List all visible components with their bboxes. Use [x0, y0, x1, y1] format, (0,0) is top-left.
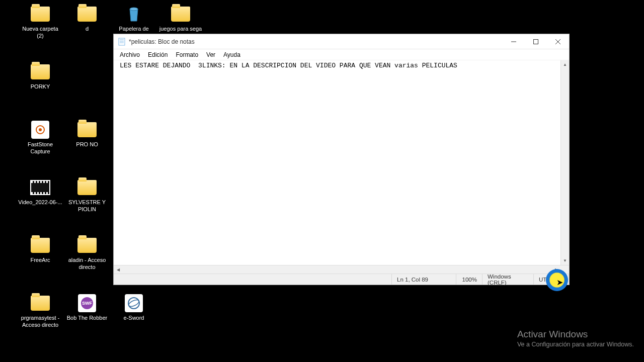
- desktop-icon-nueva-carpeta-2[interactable]: Nueva carpeta (2): [18, 5, 63, 40]
- desktop-icon-video-2022-06[interactable]: Video_2022-06-...: [18, 178, 63, 206]
- icon-label: Papelera de: [119, 25, 148, 32]
- video-icon: [30, 178, 50, 197]
- close-button[interactable]: [547, 34, 569, 49]
- app-icon: [30, 121, 50, 139]
- desktop-icon-porky[interactable]: PORKY: [18, 63, 63, 90]
- icon-label: juegos para sega: [159, 25, 202, 32]
- maximize-button[interactable]: [525, 34, 547, 49]
- icon-label: Nueva carpeta (2): [18, 25, 62, 40]
- scroll-up-icon[interactable]: ▲: [561, 60, 569, 69]
- icon-label: SYLVESTRE Y PIOLIN: [65, 199, 109, 213]
- esword-icon: [124, 294, 144, 312]
- svg-point-2: [39, 128, 42, 131]
- menu-ver[interactable]: Ver: [202, 50, 219, 59]
- desktop-icon-faststone-capture[interactable]: FastStone Capture: [18, 121, 63, 155]
- folder-icon: [77, 5, 97, 23]
- icon-label: prgramasytest - Acceso directo: [18, 314, 62, 329]
- svg-point-0: [130, 8, 138, 11]
- desktop-icon-aladin-acceso-directo[interactable]: aladin - Acceso directo: [64, 236, 110, 271]
- recycle-icon: [124, 5, 144, 23]
- icon-label: PRO NO: [76, 141, 98, 148]
- watermark-subtitle: Ve a Configuración para activar Windows.: [517, 341, 634, 348]
- desktop-icon-juegos-para-sega[interactable]: juegos para sega: [158, 5, 203, 32]
- desktop-icon-e-sword[interactable]: e-Sword: [111, 294, 156, 321]
- notepad-window: *peliculas: Bloc de notas Archivo Edició…: [113, 34, 570, 285]
- desktop-icon-freearc[interactable]: FreeArc: [18, 236, 63, 263]
- icon-label: Bob The Robber: [67, 314, 108, 321]
- folder-icon: [171, 5, 191, 23]
- scroll-right-icon[interactable]: ▶: [552, 265, 560, 274]
- scroll-down-icon[interactable]: ▼: [561, 256, 569, 265]
- status-position: Ln 1, Col 89: [392, 274, 456, 285]
- folder-icon: [30, 63, 50, 81]
- menu-ayuda[interactable]: Ayuda: [219, 50, 245, 59]
- menu-formato[interactable]: Formato: [172, 50, 202, 59]
- icon-label: Video_2022-06-...: [18, 199, 62, 206]
- icon-label: e-Sword: [124, 314, 144, 321]
- vertical-scrollbar[interactable]: ▲ ▼: [560, 60, 569, 265]
- titlebar[interactable]: *peliculas: Bloc de notas: [114, 34, 569, 49]
- status-eol: Windows (CRLF): [482, 274, 534, 285]
- folder-icon: [77, 236, 97, 254]
- svg-rect-5: [119, 38, 125, 45]
- icon-label: d: [86, 25, 89, 32]
- icon-label: FreeArc: [30, 256, 50, 263]
- activate-windows-watermark: Activar Windows Ve a Configuración para …: [517, 329, 634, 348]
- menu-edicion[interactable]: Edición: [144, 50, 172, 59]
- scroll-left-icon[interactable]: ◀: [114, 265, 122, 274]
- desktop-icon-bob-the-robber[interactable]: SWFBob The Robber: [64, 294, 110, 321]
- desktop-icon-sylvestre-y-piolin[interactable]: SYLVESTRE Y PIOLIN: [64, 178, 110, 213]
- statusbar: Ln 1, Col 89 100% Windows (CRLF) UTF-8: [114, 274, 569, 285]
- svg-rect-10: [534, 39, 538, 44]
- status-encoding: UTF-8: [534, 274, 569, 285]
- desktop-icon-prgramasytest-acceso-directo[interactable]: prgramasytest - Acceso directo: [18, 294, 63, 329]
- minimize-button[interactable]: [503, 34, 525, 49]
- status-zoom: 100%: [456, 274, 482, 285]
- folder-icon: [30, 294, 50, 312]
- desktop-icon-papelera-de[interactable]: Papelera de: [111, 5, 156, 32]
- watermark-title: Activar Windows: [517, 329, 634, 340]
- folder-icon: [77, 178, 97, 197]
- horizontal-scrollbar[interactable]: ◀ ▶: [114, 265, 569, 274]
- desktop-icon-pro-no[interactable]: PRO NO: [64, 121, 110, 148]
- icon-label: aladin - Acceso directo: [65, 256, 109, 271]
- folder-icon: [30, 5, 50, 23]
- editor-textarea[interactable]: [114, 60, 560, 265]
- icon-label: PORKY: [31, 83, 50, 90]
- icon-label: FastStone Capture: [18, 141, 62, 155]
- window-title: *peliculas: Bloc de notas: [129, 38, 503, 45]
- folder-icon: [77, 121, 97, 139]
- notepad-icon: [118, 38, 126, 46]
- swf-icon: SWF: [77, 294, 97, 312]
- desktop-icon-d[interactable]: d: [64, 5, 110, 32]
- folder-special-icon: [30, 236, 50, 254]
- menubar: Archivo Edición Formato Ver Ayuda: [114, 49, 569, 60]
- menu-archivo[interactable]: Archivo: [116, 50, 144, 59]
